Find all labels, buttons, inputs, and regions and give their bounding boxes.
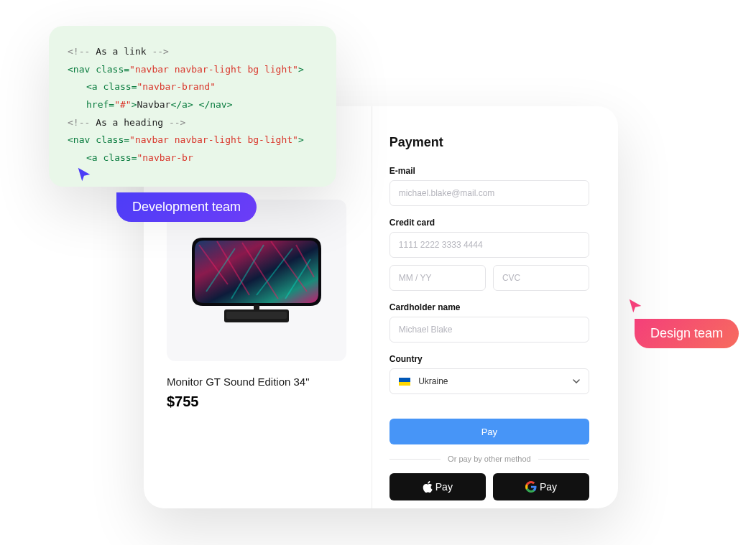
card-field-group: Credit card: [389, 218, 589, 291]
dev-team-badge: Development team: [116, 192, 257, 222]
design-cursor-icon: [627, 298, 643, 314]
payment-title: Payment: [389, 135, 589, 150]
code-line-2: <nav class="navbar navbar-light bg light…: [68, 61, 318, 79]
monitor-illustration-icon: [185, 227, 328, 335]
alt-pay-row: Pay Pay: [389, 473, 589, 500]
code-panel: <!-- As a link --> <nav class="navbar na…: [49, 26, 336, 187]
code-line-1: <!-- As a link -->: [68, 43, 318, 61]
code-line-7: <a class="navbar-br: [68, 149, 318, 167]
code-line-4: href="#">Navbar</a> </nav>: [68, 96, 318, 114]
code-line-6: <nav class="navbar navbar-light bg-light…: [68, 131, 318, 149]
country-field-group: Country Ukraine: [389, 354, 589, 394]
country-value-wrapper: Ukraine: [399, 376, 448, 386]
svg-rect-1: [226, 312, 287, 319]
code-line-3: <a class="navbar-brand": [68, 78, 318, 96]
product-image: [167, 200, 346, 361]
apple-pay-button[interactable]: Pay: [389, 473, 486, 500]
country-value: Ukraine: [418, 376, 448, 386]
card-number-input[interactable]: [389, 232, 589, 258]
google-pay-button[interactable]: Pay: [493, 473, 589, 500]
card-label: Credit card: [389, 218, 589, 228]
email-field-group: E-mail: [389, 166, 589, 206]
payment-panel: Payment E-mail Credit card Cardholder na…: [372, 106, 618, 508]
email-input[interactable]: [389, 180, 589, 206]
payment-divider: Or pay by other method: [389, 455, 589, 463]
cardholder-input[interactable]: [389, 317, 589, 343]
apple-pay-label: Pay: [435, 481, 453, 493]
design-team-badge: Design team: [635, 319, 739, 348]
chevron-down-icon: [573, 379, 580, 383]
country-label: Country: [389, 354, 589, 364]
svg-rect-2: [254, 304, 259, 310]
cardholder-field-group: Cardholder name: [389, 302, 589, 343]
divider-text: Or pay by other method: [441, 455, 538, 463]
pay-button[interactable]: Pay: [389, 419, 589, 444]
cardholder-label: Cardholder name: [389, 302, 589, 312]
card-cvc-input[interactable]: [493, 265, 589, 291]
flag-icon: [399, 378, 410, 386]
dev-cursor-icon: [76, 167, 92, 182]
apple-icon: [423, 481, 433, 493]
google-icon: [525, 481, 537, 493]
code-line-5: <!-- As a heading -->: [68, 114, 318, 132]
product-price: $755: [167, 393, 351, 410]
google-pay-label: Pay: [540, 481, 557, 493]
product-name: Monitor GT Sound Edition 34": [167, 376, 351, 388]
email-label: E-mail: [389, 166, 589, 176]
country-select[interactable]: Ukraine: [389, 368, 589, 394]
card-expiry-input[interactable]: [389, 265, 486, 291]
